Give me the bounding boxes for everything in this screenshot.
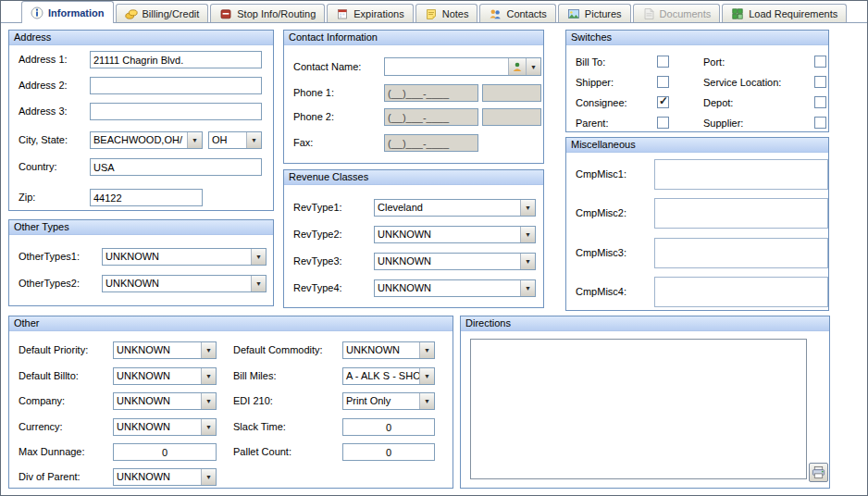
parent-checkbox[interactable] <box>657 117 669 129</box>
chevron-down-icon[interactable]: ▼ <box>251 276 266 291</box>
address3-label: Address 3: <box>19 105 68 117</box>
address3-input[interactable] <box>90 103 262 120</box>
note-icon <box>425 7 438 20</box>
tab-load-requirements[interactable]: Load Requirements <box>722 4 847 22</box>
country-input[interactable] <box>90 158 262 176</box>
cmpmisc2-label: CmpMisc2: <box>576 207 626 218</box>
port-checkbox[interactable] <box>814 56 826 68</box>
billto-switch-label: Bill To: <box>576 56 605 68</box>
revenue-classes-header: Revenue Classes <box>284 170 543 185</box>
chevron-down-icon[interactable]: ▼ <box>419 368 434 384</box>
chevron-down-icon[interactable]: ▼ <box>520 254 535 269</box>
chevron-down-icon[interactable]: ▼ <box>526 58 540 75</box>
supplier-checkbox[interactable] <box>814 117 826 129</box>
default-priority-value: UNKNOWN <box>114 342 201 358</box>
cmpmisc4-label: CmpMisc4: <box>576 286 626 297</box>
zip-input[interactable] <box>90 189 203 206</box>
tab-notes[interactable]: Notes <box>415 4 478 22</box>
miscellaneous-groupbox: Miscellaneous CmpMisc1: CmpMisc2: CmpMis… <box>565 137 829 311</box>
shipper-checkbox[interactable] <box>657 76 669 88</box>
chevron-down-icon[interactable]: ▼ <box>201 393 216 409</box>
contact-name-combobox[interactable]: ▼ <box>384 57 541 76</box>
printer-icon <box>812 465 825 479</box>
other-types2-combobox[interactable]: UNKNOWN ▼ <box>102 275 267 292</box>
cmpmisc1-input[interactable] <box>654 159 828 190</box>
other-types-header: Other Types <box>9 220 273 235</box>
currency-value: UNKNOWN <box>114 419 201 435</box>
slack-time-input[interactable] <box>342 418 435 436</box>
bill-miles-value: A - ALK S - SHO <box>343 368 419 384</box>
city-combobox[interactable]: BEACHWOOD,OH/ ▼ <box>90 131 203 149</box>
chevron-down-icon[interactable]: ▼ <box>520 200 535 216</box>
phone2-ext-input[interactable] <box>482 108 541 126</box>
edi-210-combobox[interactable]: Print Only ▼ <box>342 392 435 410</box>
chevron-down-icon[interactable]: ▼ <box>246 132 261 148</box>
chevron-down-icon[interactable]: ▼ <box>520 280 535 296</box>
print-directions-button[interactable] <box>809 463 828 482</box>
bill-miles-combobox[interactable]: A - ALK S - SHO ▼ <box>342 367 435 385</box>
chevron-down-icon[interactable]: ▼ <box>201 368 216 384</box>
phone2-input[interactable] <box>384 108 478 126</box>
revtype2-combobox[interactable]: UNKNOWN ▼ <box>374 226 536 243</box>
address2-input[interactable] <box>90 77 262 94</box>
pallet-count-input[interactable] <box>342 443 435 461</box>
directions-textarea[interactable] <box>470 339 807 479</box>
phone1-input[interactable] <box>384 84 478 102</box>
chevron-down-icon[interactable]: ▼ <box>419 393 434 409</box>
phone1-ext-input[interactable] <box>482 84 541 102</box>
company-combobox[interactable]: UNKNOWN ▼ <box>113 392 217 410</box>
fax-label: Fax: <box>293 137 313 148</box>
default-commodity-combobox[interactable]: UNKNOWN ▼ <box>342 341 435 359</box>
tab-contacts[interactable]: Contacts <box>479 4 555 22</box>
default-priority-combobox[interactable]: UNKNOWN ▼ <box>113 341 217 359</box>
state-value: OH <box>209 132 246 148</box>
tab-pictures[interactable]: Pictures <box>558 4 631 22</box>
people-icon <box>489 7 502 20</box>
consignee-checkbox[interactable] <box>657 96 669 108</box>
revtype1-combobox[interactable]: Cleveland ▼ <box>374 199 536 217</box>
chevron-down-icon[interactable]: ▼ <box>251 249 266 265</box>
cmpmisc3-input[interactable] <box>654 238 828 268</box>
default-commodity-value: UNKNOWN <box>343 342 419 358</box>
tab-documents[interactable]: Documents <box>633 4 721 22</box>
tab-expirations[interactable]: Expirations <box>327 4 413 22</box>
tab-stop-info-routing-label: Stop Info/Routing <box>237 8 316 19</box>
other-types-groupbox: Other Types OtherTypes1: UNKNOWN ▼ Other… <box>8 219 274 306</box>
contact-information-header: Contact Information <box>284 31 543 45</box>
default-billto-label: Default Billto: <box>19 370 79 381</box>
directions-groupbox: Directions <box>460 316 830 489</box>
revtype4-combobox[interactable]: UNKNOWN ▼ <box>374 279 536 297</box>
currency-combobox[interactable]: UNKNOWN ▼ <box>113 418 217 436</box>
cmpmisc4-input[interactable] <box>654 277 828 307</box>
edi-210-label: EDI 210: <box>233 395 273 406</box>
chevron-down-icon[interactable]: ▼ <box>520 227 535 242</box>
other-types1-combobox[interactable]: UNKNOWN ▼ <box>102 248 267 266</box>
default-billto-combobox[interactable]: UNKNOWN ▼ <box>113 367 217 385</box>
max-dunnage-input[interactable] <box>113 443 217 461</box>
depot-checkbox[interactable] <box>814 96 826 108</box>
contact-name-label: Contact Name: <box>293 61 361 72</box>
tab-information[interactable]: Information <box>21 1 114 23</box>
chevron-down-icon[interactable]: ▼ <box>201 419 216 435</box>
tab-billing-credit[interactable]: Billing/Credit <box>116 4 209 22</box>
chevron-down-icon[interactable]: ▼ <box>187 132 202 148</box>
other-types1-label: OtherTypes1: <box>19 251 80 262</box>
address1-input[interactable] <box>90 51 262 68</box>
chevron-down-icon[interactable]: ▼ <box>201 342 216 358</box>
phone1-label: Phone 1: <box>293 87 334 98</box>
chevron-down-icon[interactable]: ▼ <box>419 342 434 358</box>
div-of-parent-combobox[interactable]: UNKNOWN ▼ <box>113 468 217 486</box>
select-contact-button[interactable] <box>508 58 526 75</box>
chevron-down-icon[interactable]: ▼ <box>201 469 216 485</box>
cmpmisc2-input[interactable] <box>654 198 828 229</box>
revtype3-value: UNKNOWN <box>375 254 520 269</box>
cmpmisc3-label: CmpMisc3: <box>576 247 626 258</box>
tab-stop-info-routing[interactable]: Stop Info/Routing <box>210 4 325 22</box>
state-combobox[interactable]: OH ▼ <box>208 131 262 149</box>
city-value: BEACHWOOD,OH/ <box>91 132 187 148</box>
fax-input[interactable] <box>384 134 478 152</box>
routing-icon <box>219 7 232 20</box>
billto-checkbox[interactable] <box>657 56 669 68</box>
service-location-checkbox[interactable] <box>814 76 826 88</box>
revtype3-combobox[interactable]: UNKNOWN ▼ <box>374 253 536 270</box>
